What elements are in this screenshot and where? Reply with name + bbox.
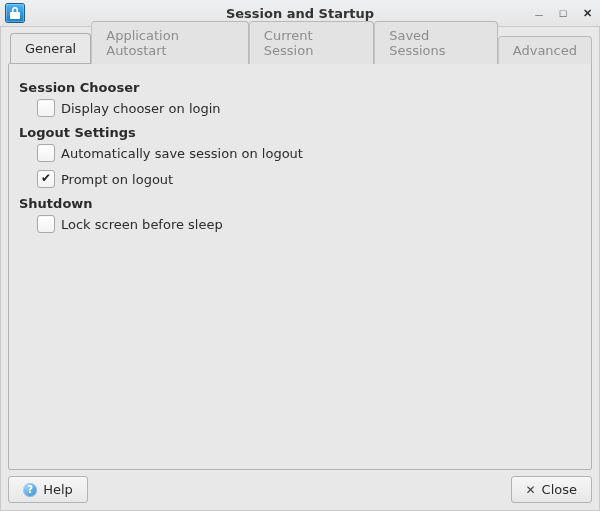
minimize-button[interactable] bbox=[532, 6, 546, 20]
tab-label: Saved Sessions bbox=[389, 28, 445, 58]
option-prompt-on-logout[interactable]: Prompt on logout bbox=[37, 170, 585, 188]
section-title-logout-settings: Logout Settings bbox=[19, 125, 581, 140]
tab-general[interactable]: General bbox=[10, 33, 91, 63]
tab-strip: General Application Autostart Current Se… bbox=[8, 33, 592, 63]
close-icon: ✕ bbox=[526, 483, 536, 497]
option-display-chooser-on-login[interactable]: Display chooser on login bbox=[37, 99, 585, 117]
close-button[interactable]: ✕ Close bbox=[511, 476, 592, 503]
maximize-button[interactable] bbox=[556, 6, 570, 20]
option-label: Automatically save session on logout bbox=[61, 146, 303, 161]
section-title-shutdown: Shutdown bbox=[19, 196, 581, 211]
button-label: Help bbox=[43, 482, 73, 497]
tab-label: Application Autostart bbox=[106, 28, 179, 58]
app-icon bbox=[6, 4, 24, 22]
option-auto-save-session[interactable]: Automatically save session on logout bbox=[37, 144, 585, 162]
option-lock-screen-before-sleep[interactable]: Lock screen before sleep bbox=[37, 215, 585, 233]
tabpage-general: Session Chooser Display chooser on login… bbox=[8, 63, 592, 470]
checkbox[interactable] bbox=[37, 99, 55, 117]
tab-application-autostart[interactable]: Application Autostart bbox=[91, 21, 249, 64]
close-window-button[interactable] bbox=[580, 6, 594, 20]
window-title: Session and Startup bbox=[0, 6, 600, 21]
tab-label: Current Session bbox=[264, 28, 314, 58]
help-icon: ? bbox=[23, 483, 37, 497]
client-area: General Application Autostart Current Se… bbox=[0, 27, 600, 511]
button-bar: ? Help ✕ Close bbox=[8, 476, 592, 503]
tab-label: Advanced bbox=[513, 43, 577, 58]
notebook: General Application Autostart Current Se… bbox=[8, 33, 592, 470]
button-label: Close bbox=[542, 482, 577, 497]
tab-current-session[interactable]: Current Session bbox=[249, 21, 374, 64]
window-controls bbox=[532, 6, 594, 20]
section-title-session-chooser: Session Chooser bbox=[19, 80, 581, 95]
checkbox[interactable] bbox=[37, 170, 55, 188]
session-and-startup-window: Session and Startup General Application … bbox=[0, 0, 600, 511]
option-label: Lock screen before sleep bbox=[61, 217, 223, 232]
option-label: Display chooser on login bbox=[61, 101, 221, 116]
option-label: Prompt on logout bbox=[61, 172, 173, 187]
checkbox[interactable] bbox=[37, 215, 55, 233]
tab-saved-sessions[interactable]: Saved Sessions bbox=[374, 21, 498, 64]
tab-label: General bbox=[25, 41, 76, 56]
help-button[interactable]: ? Help bbox=[8, 476, 88, 503]
tab-advanced[interactable]: Advanced bbox=[498, 36, 592, 64]
checkbox[interactable] bbox=[37, 144, 55, 162]
